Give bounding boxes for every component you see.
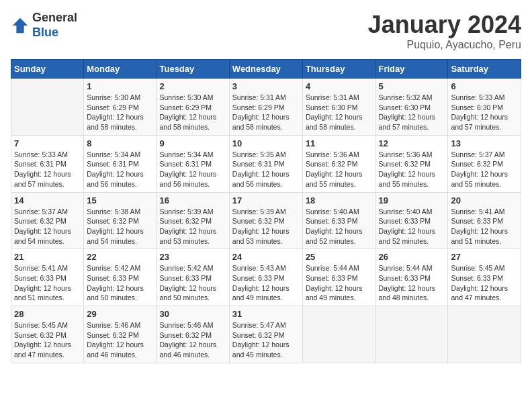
day-number: 8 xyxy=(87,138,153,148)
header-wednesday: Wednesday xyxy=(229,60,302,79)
day-info: Sunrise: 5:47 AM Sunset: 6:32 PM Dayligh… xyxy=(232,320,300,360)
calendar-cell: 4Sunrise: 5:31 AM Sunset: 6:30 PM Daylig… xyxy=(302,79,375,136)
header-saturday: Saturday xyxy=(448,60,521,79)
calendar-cell: 9Sunrise: 5:34 AM Sunset: 6:31 PM Daylig… xyxy=(157,135,229,192)
calendar-header-row: SundayMondayTuesdayWednesdayThursdayFrid… xyxy=(11,60,521,79)
calendar-cell: 25Sunrise: 5:44 AM Sunset: 6:33 PM Dayli… xyxy=(302,249,375,306)
day-info: Sunrise: 5:41 AM Sunset: 6:33 PM Dayligh… xyxy=(451,207,518,246)
day-number: 24 xyxy=(232,252,300,262)
day-info: Sunrise: 5:42 AM Sunset: 6:33 PM Dayligh… xyxy=(87,263,153,303)
day-number: 17 xyxy=(232,195,300,205)
location: Puquio, Ayacucho, Peru xyxy=(368,39,521,51)
calendar-table: SundayMondayTuesdayWednesdayThursdayFrid… xyxy=(11,59,521,363)
day-info: Sunrise: 5:42 AM Sunset: 6:33 PM Dayligh… xyxy=(159,263,226,303)
calendar-cell: 26Sunrise: 5:44 AM Sunset: 6:33 PM Dayli… xyxy=(375,249,448,306)
svg-marker-0 xyxy=(13,17,28,32)
day-info: Sunrise: 5:32 AM Sunset: 6:30 PM Dayligh… xyxy=(378,93,445,132)
day-number: 22 xyxy=(87,252,153,262)
day-number: 27 xyxy=(451,252,518,262)
day-info: Sunrise: 5:38 AM Sunset: 6:32 PM Dayligh… xyxy=(87,207,153,246)
day-info: Sunrise: 5:30 AM Sunset: 6:29 PM Dayligh… xyxy=(87,93,153,132)
calendar-cell xyxy=(11,79,84,136)
header-sunday: Sunday xyxy=(11,60,84,79)
day-info: Sunrise: 5:37 AM Sunset: 6:32 PM Dayligh… xyxy=(451,150,518,189)
logo-general: General xyxy=(32,11,77,26)
calendar-cell: 18Sunrise: 5:40 AM Sunset: 6:33 PM Dayli… xyxy=(302,192,375,249)
calendar-week-row: 21Sunrise: 5:41 AM Sunset: 6:33 PM Dayli… xyxy=(11,249,521,306)
calendar-cell xyxy=(302,306,375,363)
logo-blue: Blue xyxy=(32,26,77,40)
calendar-cell: 8Sunrise: 5:34 AM Sunset: 6:31 PM Daylig… xyxy=(84,135,157,192)
day-number: 12 xyxy=(378,138,445,148)
day-info: Sunrise: 5:39 AM Sunset: 6:32 PM Dayligh… xyxy=(232,207,300,246)
day-info: Sunrise: 5:41 AM Sunset: 6:33 PM Dayligh… xyxy=(14,263,81,303)
day-number: 7 xyxy=(14,138,81,148)
calendar-cell: 13Sunrise: 5:37 AM Sunset: 6:32 PM Dayli… xyxy=(448,135,521,192)
header-friday: Friday xyxy=(375,60,448,79)
day-info: Sunrise: 5:37 AM Sunset: 6:32 PM Dayligh… xyxy=(14,207,81,246)
calendar-cell: 10Sunrise: 5:35 AM Sunset: 6:31 PM Dayli… xyxy=(229,135,302,192)
calendar-cell: 5Sunrise: 5:32 AM Sunset: 6:30 PM Daylig… xyxy=(375,79,448,136)
calendar-cell: 23Sunrise: 5:42 AM Sunset: 6:33 PM Dayli… xyxy=(157,249,229,306)
calendar-cell: 6Sunrise: 5:33 AM Sunset: 6:30 PM Daylig… xyxy=(448,79,521,136)
day-number: 19 xyxy=(378,195,445,205)
logo-text: General Blue xyxy=(32,11,77,40)
day-number: 13 xyxy=(451,138,518,148)
day-info: Sunrise: 5:46 AM Sunset: 6:32 PM Dayligh… xyxy=(159,320,226,360)
day-number: 29 xyxy=(87,309,153,319)
day-info: Sunrise: 5:44 AM Sunset: 6:33 PM Dayligh… xyxy=(306,263,373,303)
day-number: 6 xyxy=(451,81,518,91)
calendar-cell: 29Sunrise: 5:46 AM Sunset: 6:32 PM Dayli… xyxy=(84,306,157,363)
day-info: Sunrise: 5:33 AM Sunset: 6:31 PM Dayligh… xyxy=(14,150,81,189)
calendar-cell: 31Sunrise: 5:47 AM Sunset: 6:32 PM Dayli… xyxy=(229,306,302,363)
day-number: 4 xyxy=(306,81,373,91)
day-number: 21 xyxy=(14,252,81,262)
day-info: Sunrise: 5:45 AM Sunset: 6:33 PM Dayligh… xyxy=(451,263,518,303)
calendar-cell xyxy=(448,306,521,363)
calendar-cell: 20Sunrise: 5:41 AM Sunset: 6:33 PM Dayli… xyxy=(448,192,521,249)
calendar-week-row: 14Sunrise: 5:37 AM Sunset: 6:32 PM Dayli… xyxy=(11,192,521,249)
day-info: Sunrise: 5:43 AM Sunset: 6:33 PM Dayligh… xyxy=(232,263,300,303)
calendar-cell: 11Sunrise: 5:36 AM Sunset: 6:32 PM Dayli… xyxy=(302,135,375,192)
day-number: 25 xyxy=(306,252,373,262)
logo-icon xyxy=(11,16,30,35)
day-number: 16 xyxy=(159,195,226,205)
calendar-cell: 28Sunrise: 5:45 AM Sunset: 6:32 PM Dayli… xyxy=(11,306,84,363)
day-number: 3 xyxy=(232,81,300,91)
day-number: 15 xyxy=(87,195,153,205)
day-info: Sunrise: 5:31 AM Sunset: 6:29 PM Dayligh… xyxy=(232,93,300,132)
day-info: Sunrise: 5:36 AM Sunset: 6:32 PM Dayligh… xyxy=(378,150,445,189)
day-info: Sunrise: 5:46 AM Sunset: 6:32 PM Dayligh… xyxy=(87,320,153,360)
day-info: Sunrise: 5:34 AM Sunset: 6:31 PM Dayligh… xyxy=(159,150,226,189)
day-info: Sunrise: 5:31 AM Sunset: 6:30 PM Dayligh… xyxy=(306,93,373,132)
calendar-cell: 16Sunrise: 5:39 AM Sunset: 6:32 PM Dayli… xyxy=(157,192,229,249)
day-info: Sunrise: 5:40 AM Sunset: 6:33 PM Dayligh… xyxy=(378,207,445,246)
page-header: General Blue January 2024 Puquio, Ayacuc… xyxy=(11,11,521,51)
day-number: 5 xyxy=(378,81,445,91)
logo: General Blue xyxy=(11,11,77,40)
day-number: 18 xyxy=(306,195,373,205)
day-info: Sunrise: 5:44 AM Sunset: 6:33 PM Dayligh… xyxy=(378,263,445,303)
month-title: January 2024 xyxy=(368,11,521,39)
header-tuesday: Tuesday xyxy=(157,60,229,79)
day-info: Sunrise: 5:33 AM Sunset: 6:30 PM Dayligh… xyxy=(451,93,518,132)
day-info: Sunrise: 5:36 AM Sunset: 6:32 PM Dayligh… xyxy=(306,150,373,189)
day-number: 11 xyxy=(306,138,373,148)
calendar-cell: 7Sunrise: 5:33 AM Sunset: 6:31 PM Daylig… xyxy=(11,135,84,192)
day-info: Sunrise: 5:34 AM Sunset: 6:31 PM Dayligh… xyxy=(87,150,153,189)
calendar-week-row: 1Sunrise: 5:30 AM Sunset: 6:29 PM Daylig… xyxy=(11,79,521,136)
day-info: Sunrise: 5:40 AM Sunset: 6:33 PM Dayligh… xyxy=(306,207,373,246)
day-number: 31 xyxy=(232,309,300,319)
day-number: 23 xyxy=(159,252,226,262)
day-number: 2 xyxy=(159,81,226,91)
day-info: Sunrise: 5:35 AM Sunset: 6:31 PM Dayligh… xyxy=(232,150,300,189)
calendar-cell: 21Sunrise: 5:41 AM Sunset: 6:33 PM Dayli… xyxy=(11,249,84,306)
day-number: 14 xyxy=(14,195,81,205)
day-info: Sunrise: 5:39 AM Sunset: 6:32 PM Dayligh… xyxy=(159,207,226,246)
day-number: 26 xyxy=(378,252,445,262)
day-info: Sunrise: 5:30 AM Sunset: 6:29 PM Dayligh… xyxy=(159,93,226,132)
day-number: 9 xyxy=(159,138,226,148)
header-monday: Monday xyxy=(84,60,157,79)
calendar-cell: 1Sunrise: 5:30 AM Sunset: 6:29 PM Daylig… xyxy=(84,79,157,136)
calendar-cell: 2Sunrise: 5:30 AM Sunset: 6:29 PM Daylig… xyxy=(157,79,229,136)
